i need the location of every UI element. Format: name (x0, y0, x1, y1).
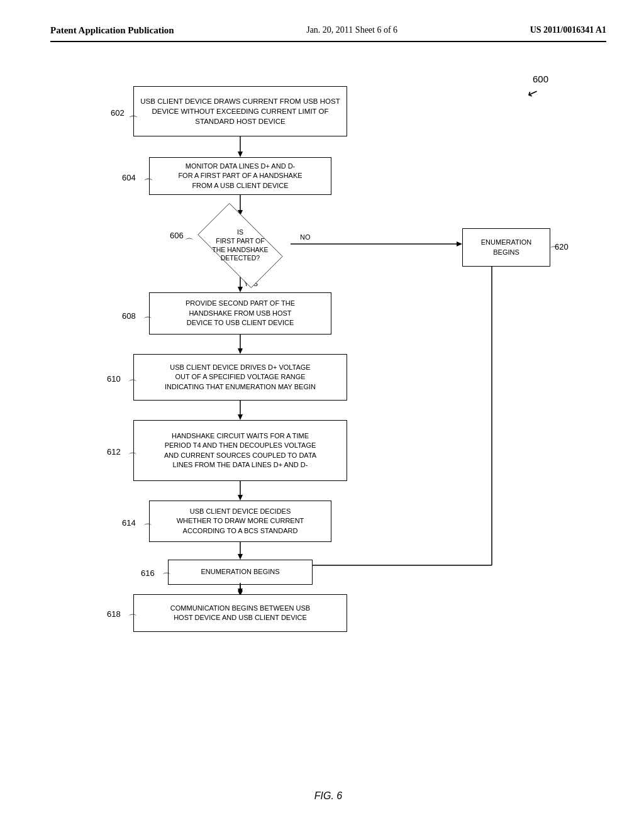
box-602: USB CLIENT DEVICE DRAWS CURRENT FROM USB… (133, 86, 347, 136)
label-608: 608 (122, 311, 136, 321)
label-614: 614 (122, 518, 136, 528)
curve-612: ⌒ (128, 451, 137, 463)
curve-608: ⌒ (143, 316, 152, 327)
header-left: Patent Application Publication (50, 25, 174, 36)
page-header: Patent Application Publication Jan. 20, … (50, 25, 606, 42)
curve-618: ⌒ (128, 613, 137, 624)
label-606: 606 (170, 231, 184, 240)
svg-marker-1 (238, 152, 243, 157)
label-604: 604 (122, 173, 136, 182)
page: Patent Application Publication Jan. 20, … (0, 0, 644, 830)
box-610: USB CLIENT DEVICE DRIVES D+ VOLTAGE OUT … (133, 354, 347, 401)
box-604: MONITOR DATA LINES D+ AND D- FOR A FIRST… (149, 157, 331, 195)
curve-604: ⌒ (143, 177, 153, 191)
box-608: PROVIDE SECOND PART OF THE HANDSHAKE FRO… (149, 292, 331, 335)
box-612: HANDSHAKE CIRCUIT WAITS FOR A TIME PERIO… (133, 420, 347, 481)
curve-616: ⌒ (162, 572, 171, 583)
svg-marker-8 (457, 241, 462, 246)
svg-marker-13 (238, 414, 243, 420)
svg-marker-11 (238, 348, 243, 354)
curve-610: ⌒ (128, 379, 137, 390)
svg-marker-22 (238, 589, 243, 594)
header-right: US 2011/0016341 A1 (530, 25, 606, 35)
svg-marker-17 (238, 554, 243, 560)
svg-marker-5 (238, 287, 243, 292)
svg-text:NO: NO (300, 233, 311, 241)
curve-602: ⌒ (128, 114, 138, 128)
label-616: 616 (141, 568, 155, 578)
box-618: COMMUNICATION BEGINS BETWEEN USB HOST DE… (133, 594, 347, 632)
svg-marker-15 (238, 495, 243, 501)
curve-614: ⌒ (143, 523, 152, 534)
figure-caption: FIG. 6 (58, 790, 599, 802)
box-616: ENUMERATION BEGINS (168, 560, 313, 585)
label-618: 618 (107, 609, 121, 619)
diamond-606-container: IS FIRST PART OF THE HANDSHAKE DETECTED? (190, 216, 291, 275)
label-602: 602 (111, 108, 125, 118)
label-612: 612 (107, 447, 121, 456)
box-614: USB CLIENT DEVICE DECIDES WHETHER TO DRA… (149, 501, 331, 542)
flowchart: YES NO (58, 74, 599, 784)
header-center: Jan. 20, 2011 Sheet 6 of 6 (306, 25, 397, 35)
box-620: ENUMERATION BEGINS (462, 228, 550, 267)
diagram-area: 600 ↙ YES NO (58, 74, 599, 802)
curve-620: ⌒ (550, 245, 558, 257)
label-610: 610 (107, 374, 121, 384)
